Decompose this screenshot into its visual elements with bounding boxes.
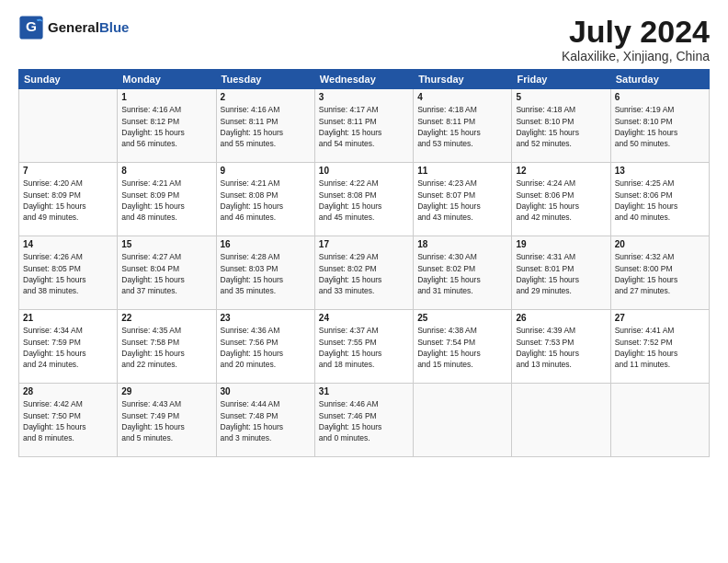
day-number: 21 [23,313,113,323]
day-info: Sunrise: 4:35 AMSunset: 7:58 PMDaylight:… [121,325,211,370]
day-info: Sunrise: 4:32 AMSunset: 8:00 PMDaylight:… [615,251,705,296]
day-number: 13 [615,166,705,176]
day-info: Sunrise: 4:20 AMSunset: 8:09 PMDaylight:… [23,178,113,223]
calendar-day-cell: 10Sunrise: 4:22 AMSunset: 8:08 PMDayligh… [314,163,413,236]
day-number: 8 [121,166,211,176]
day-number: 1 [121,92,211,102]
calendar-day-cell: 21Sunrise: 4:34 AMSunset: 7:59 PMDayligh… [19,310,118,384]
day-number: 27 [615,313,705,323]
calendar-day-cell: 4Sunrise: 4:18 AMSunset: 8:11 PMDaylight… [414,89,512,163]
header: G GeneralBlue July 2024 Kalaxilike, Xinj… [18,15,710,63]
day-number: 23 [221,313,311,323]
day-info: Sunrise: 4:18 AMSunset: 8:11 PMDaylight:… [417,104,507,149]
day-info: Sunrise: 4:34 AMSunset: 7:59 PMDaylight:… [23,325,113,370]
day-number: 7 [23,166,113,176]
calendar-week-row: 14Sunrise: 4:26 AMSunset: 8:05 PMDayligh… [19,236,710,310]
day-info: Sunrise: 4:42 AMSunset: 7:50 PMDaylight:… [23,398,113,443]
day-info: Sunrise: 4:39 AMSunset: 7:53 PMDaylight:… [516,325,606,370]
day-info: Sunrise: 4:26 AMSunset: 8:05 PMDaylight:… [23,251,113,296]
calendar-day-cell: 29Sunrise: 4:43 AMSunset: 7:49 PMDayligh… [118,384,216,457]
calendar-day-cell: 27Sunrise: 4:41 AMSunset: 7:52 PMDayligh… [610,310,709,384]
day-number: 6 [615,92,705,102]
calendar-day-cell: 23Sunrise: 4:36 AMSunset: 7:56 PMDayligh… [216,310,314,384]
calendar-day-cell: 24Sunrise: 4:37 AMSunset: 7:55 PMDayligh… [314,310,413,384]
day-number: 24 [319,313,409,323]
day-info: Sunrise: 4:37 AMSunset: 7:55 PMDaylight:… [319,325,409,370]
logo: G GeneralBlue [18,15,129,40]
title-block: July 2024 Kalaxilike, Xinjiang, China [562,15,710,63]
day-number: 3 [319,92,409,102]
col-thursday: Thursday [414,70,512,89]
col-saturday: Saturday [610,70,709,89]
day-info: Sunrise: 4:27 AMSunset: 8:04 PMDaylight:… [121,251,211,296]
calendar-day-cell: 30Sunrise: 4:44 AMSunset: 7:48 PMDayligh… [216,384,314,457]
day-info: Sunrise: 4:16 AMSunset: 8:12 PMDaylight:… [121,104,211,149]
calendar-subtitle: Kalaxilike, Xinjiang, China [562,49,710,63]
calendar-day-cell: 15Sunrise: 4:27 AMSunset: 8:04 PMDayligh… [118,236,216,310]
day-info: Sunrise: 4:21 AMSunset: 8:09 PMDaylight:… [121,178,211,223]
calendar-day-cell: 7Sunrise: 4:20 AMSunset: 8:09 PMDaylight… [19,163,118,236]
calendar-day-cell: 17Sunrise: 4:29 AMSunset: 8:02 PMDayligh… [314,236,413,310]
day-info: Sunrise: 4:46 AMSunset: 7:46 PMDaylight:… [319,398,409,443]
day-info: Sunrise: 4:31 AMSunset: 8:01 PMDaylight:… [516,251,606,296]
day-number: 31 [319,386,409,396]
day-info: Sunrise: 4:21 AMSunset: 8:08 PMDaylight:… [221,178,311,223]
day-info: Sunrise: 4:24 AMSunset: 8:06 PMDaylight:… [516,178,606,223]
day-number: 10 [319,166,409,176]
day-number: 26 [516,313,606,323]
day-info: Sunrise: 4:19 AMSunset: 8:10 PMDaylight:… [615,104,705,149]
calendar-table: Sunday Monday Tuesday Wednesday Thursday… [18,69,710,457]
day-number: 28 [23,386,113,396]
day-number: 14 [23,239,113,249]
calendar-day-cell: 1Sunrise: 4:16 AMSunset: 8:12 PMDaylight… [118,89,216,163]
day-number: 19 [516,239,606,249]
day-info: Sunrise: 4:22 AMSunset: 8:08 PMDaylight:… [319,178,409,223]
day-info: Sunrise: 4:30 AMSunset: 8:02 PMDaylight:… [417,251,507,296]
calendar-day-cell [19,89,118,163]
calendar-week-row: 1Sunrise: 4:16 AMSunset: 8:12 PMDaylight… [19,89,710,163]
day-number: 12 [516,166,606,176]
day-info: Sunrise: 4:44 AMSunset: 7:48 PMDaylight:… [221,398,311,443]
day-number: 18 [417,239,507,249]
day-number: 22 [121,313,211,323]
calendar-day-cell: 5Sunrise: 4:18 AMSunset: 8:10 PMDaylight… [512,89,610,163]
day-number: 30 [221,386,311,396]
col-sunday: Sunday [19,70,118,89]
day-number: 5 [516,92,606,102]
day-info: Sunrise: 4:29 AMSunset: 8:02 PMDaylight:… [319,251,409,296]
day-info: Sunrise: 4:36 AMSunset: 7:56 PMDaylight:… [221,325,311,370]
calendar-day-cell: 20Sunrise: 4:32 AMSunset: 8:00 PMDayligh… [610,236,709,310]
day-number: 16 [221,239,311,249]
day-info: Sunrise: 4:41 AMSunset: 7:52 PMDaylight:… [615,325,705,370]
calendar-day-cell [512,384,610,457]
calendar-day-cell: 14Sunrise: 4:26 AMSunset: 8:05 PMDayligh… [19,236,118,310]
day-number: 20 [615,239,705,249]
col-monday: Monday [118,70,216,89]
day-number: 29 [121,386,211,396]
day-info: Sunrise: 4:25 AMSunset: 8:06 PMDaylight:… [615,178,705,223]
calendar-day-cell [414,384,512,457]
logo-icon: G [18,15,44,40]
calendar-day-cell: 31Sunrise: 4:46 AMSunset: 7:46 PMDayligh… [314,384,413,457]
logo-blue: Blue [99,19,130,35]
calendar-day-cell: 9Sunrise: 4:21 AMSunset: 8:08 PMDaylight… [216,163,314,236]
calendar-day-cell: 6Sunrise: 4:19 AMSunset: 8:10 PMDaylight… [610,89,709,163]
calendar-week-row: 7Sunrise: 4:20 AMSunset: 8:09 PMDaylight… [19,163,710,236]
calendar-day-cell: 16Sunrise: 4:28 AMSunset: 8:03 PMDayligh… [216,236,314,310]
calendar-title: July 2024 [562,15,710,49]
day-info: Sunrise: 4:17 AMSunset: 8:11 PMDaylight:… [319,104,409,149]
day-number: 15 [121,239,211,249]
day-number: 11 [417,166,507,176]
day-info: Sunrise: 4:23 AMSunset: 8:07 PMDaylight:… [417,178,507,223]
calendar-day-cell: 2Sunrise: 4:16 AMSunset: 8:11 PMDaylight… [216,89,314,163]
calendar-body: 1Sunrise: 4:16 AMSunset: 8:12 PMDaylight… [19,89,710,457]
calendar-week-row: 28Sunrise: 4:42 AMSunset: 7:50 PMDayligh… [19,384,710,457]
day-info: Sunrise: 4:38 AMSunset: 7:54 PMDaylight:… [417,325,507,370]
day-number: 4 [417,92,507,102]
calendar-header-row: Sunday Monday Tuesday Wednesday Thursday… [19,70,710,89]
calendar-day-cell: 26Sunrise: 4:39 AMSunset: 7:53 PMDayligh… [512,310,610,384]
day-number: 9 [221,166,311,176]
calendar-day-cell: 28Sunrise: 4:42 AMSunset: 7:50 PMDayligh… [19,384,118,457]
calendar-day-cell: 22Sunrise: 4:35 AMSunset: 7:58 PMDayligh… [118,310,216,384]
calendar-day-cell [610,384,709,457]
